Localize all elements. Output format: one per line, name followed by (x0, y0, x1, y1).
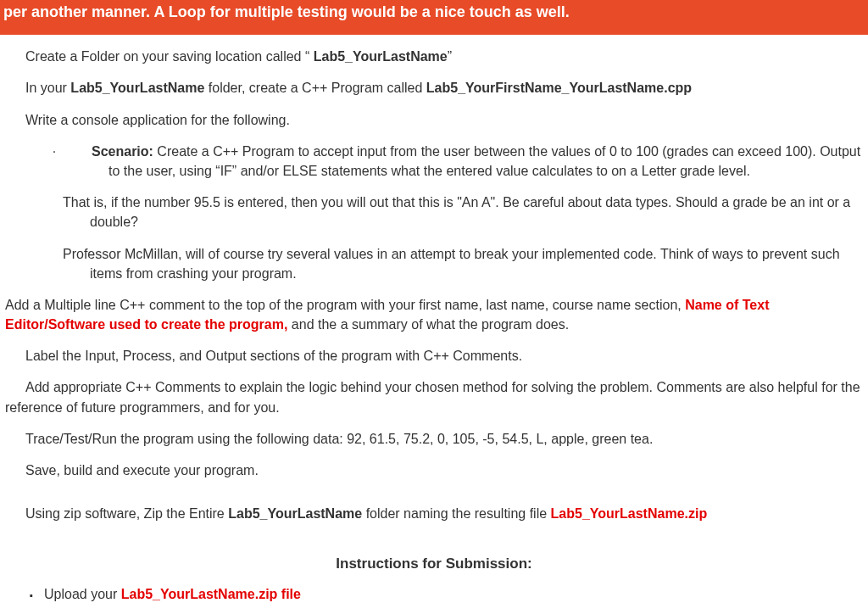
scenario-label: Scenario: (92, 144, 153, 159)
text: Add a Multiple line C++ comment to the t… (5, 298, 685, 312)
zip-filename: Lab5_YourLastName.zip (551, 506, 708, 521)
folder-name: Lab5_YourLastName (314, 49, 448, 64)
para-label-sections: Label the Input, Process, and Output sec… (5, 346, 863, 366)
folder-name: Lab5_YourLastName (228, 506, 362, 521)
para-multiline-comment: Add a Multiple line C++ comment to the t… (5, 295, 863, 334)
text: ” (448, 49, 452, 64)
folder-name: Lab5_YourLastName (70, 81, 204, 95)
text: Using zip software, Zip the Entire (25, 506, 228, 521)
para-trace-test: Trace/Test/Run the program using the fol… (5, 429, 863, 449)
para-write-console: Write a console application for the foll… (5, 110, 863, 130)
para-professor: Professor McMillan, will of course try s… (5, 244, 863, 283)
para-scenario: ·Scenario: Create a C++ Program to accep… (5, 142, 863, 181)
banner-text: per another manner. A Loop for multiple … (3, 3, 570, 20)
list-item: Upload your Lab5_YourLastName.zip file (29, 587, 863, 602)
text: Create a Folder on your saving location … (25, 49, 314, 64)
orange-banner: per another manner. A Loop for multiple … (0, 0, 868, 35)
text: In your (25, 81, 70, 95)
para-save-build: Save, build and execute your program. (5, 460, 863, 480)
para-add-comments: Add appropriate C++ Comments to explain … (5, 377, 863, 416)
scenario-body: Create a C++ Program to accept input fro… (108, 144, 860, 178)
document-body: Create a Folder on your saving location … (0, 47, 868, 602)
cpp-filename: Lab5_YourFirstName_YourLastName.cpp (426, 81, 692, 95)
text: and the a summary of what the program do… (287, 317, 569, 332)
text: folder naming the resulting file (362, 506, 550, 521)
para-create-folder: Create a Folder on your saving location … (5, 47, 863, 66)
instructions-heading: Instructions for Submission: (5, 554, 863, 575)
submission-list: Upload your Lab5_YourLastName.zip file (29, 587, 863, 602)
text: Upload your (44, 587, 121, 601)
para-create-cpp: In your Lab5_YourLastName folder, create… (5, 78, 863, 98)
para-zip: Using zip software, Zip the Entire Lab5_… (5, 504, 863, 523)
text: folder, create a C++ Program called (204, 81, 426, 95)
bullet-icon: · (63, 142, 92, 161)
para-that-is: That is, if the number 95.5 is entered, … (5, 193, 863, 232)
upload-filename: Lab5_YourLastName.zip file (121, 587, 301, 601)
